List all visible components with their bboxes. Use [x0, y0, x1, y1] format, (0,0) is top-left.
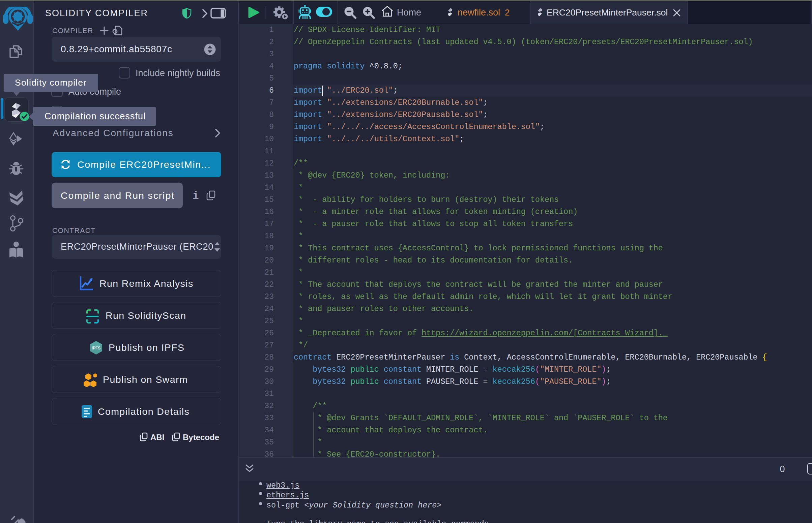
- svg-text:IPFS: IPFS: [92, 346, 101, 350]
